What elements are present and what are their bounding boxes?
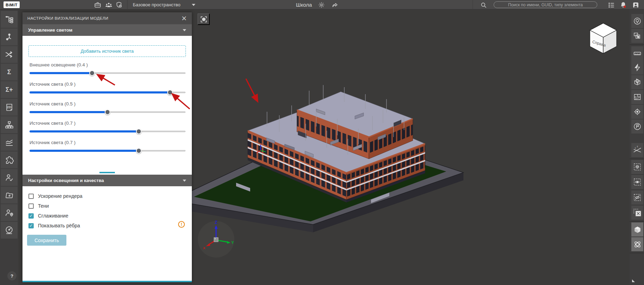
checkbox-icon: ✓ xyxy=(28,223,34,228)
workspace-selector[interactable]: Базовое пространство xyxy=(133,0,181,9)
ruler-icon[interactable] xyxy=(631,46,643,60)
topbar-separator xyxy=(473,0,473,9)
slider-label: Источник света (0.5 ) xyxy=(30,101,186,108)
slider-track[interactable] xyxy=(30,70,186,76)
light-control-body: Добавить источник света Внешнее освещени… xyxy=(22,36,192,173)
right-toolbar: 1 2 xyxy=(630,9,644,285)
slider-thumb[interactable] xyxy=(136,129,142,134)
share-icon[interactable] xyxy=(331,1,339,9)
search-input[interactable] xyxy=(494,1,597,8)
slider-light-source-4: Источник света (0.7 ) xyxy=(30,140,186,156)
slider-track[interactable] xyxy=(30,109,186,115)
topbar: BiMiT Базовое пространство Школа xyxy=(0,0,644,9)
focus-model-button[interactable] xyxy=(197,13,210,25)
user-avatar-icon[interactable] xyxy=(631,1,640,9)
warning-icon: ! xyxy=(178,221,185,228)
checkbox-icon: ✓ xyxy=(28,213,34,219)
user-check-icon[interactable] xyxy=(1,169,18,186)
model-tree-icon[interactable] xyxy=(1,11,18,28)
axis-gizmo[interactable]: Z Y X xyxy=(197,220,235,259)
save-button[interactable]: Сохранить xyxy=(27,235,66,246)
slider-label: Источник света (0.7 ) xyxy=(30,140,186,146)
selection-area-icon[interactable] xyxy=(631,29,643,43)
slider-track[interactable] xyxy=(30,128,186,135)
sheets-2d-icon[interactable]: 2D xyxy=(1,99,18,116)
clear-selection-icon[interactable] xyxy=(631,206,643,220)
slider-track[interactable] xyxy=(30,89,186,96)
user-location-icon[interactable] xyxy=(1,204,18,221)
shield-user-icon[interactable] xyxy=(115,1,123,9)
slider-thumb[interactable] xyxy=(105,109,110,115)
svg-text:2: 2 xyxy=(637,145,638,148)
flag-icon[interactable] xyxy=(631,119,643,134)
svg-text:2D: 2D xyxy=(7,105,11,109)
search-icon[interactable] xyxy=(479,1,488,9)
section-box-icon[interactable] xyxy=(631,75,643,89)
slider-light-source-2: Источник света (0.5 ) xyxy=(30,101,186,117)
flash-icon[interactable] xyxy=(631,60,643,75)
close-icon[interactable]: ✕ xyxy=(181,15,187,22)
orbit-icon[interactable] xyxy=(631,237,643,251)
clash-detection-icon[interactable] xyxy=(1,46,18,63)
slider-thumb[interactable] xyxy=(167,90,173,95)
shared-folder-icon[interactable] xyxy=(1,187,18,203)
sum-icon[interactable]: Σ xyxy=(1,64,18,80)
isolate-icon[interactable] xyxy=(631,160,643,174)
plugins-icon[interactable] xyxy=(1,151,18,168)
section-light-control[interactable]: Управление светом xyxy=(22,24,192,36)
structure-icon[interactable] xyxy=(1,116,18,133)
team-icon[interactable] xyxy=(104,1,113,9)
toolbar-divider xyxy=(630,221,644,222)
checkbox-shadows[interactable]: Тени xyxy=(28,201,49,211)
topbar-separator xyxy=(127,0,128,9)
section-title: Управление светом xyxy=(28,27,72,33)
svg-text:Σ: Σ xyxy=(7,68,11,76)
sum-add-icon[interactable]: Σ+ xyxy=(1,81,18,98)
notification-dot xyxy=(624,6,626,8)
list-icon[interactable] xyxy=(607,1,616,9)
slider-label: Источник света (0.7 ) xyxy=(30,121,186,127)
checkbox-show-edges[interactable]: ✓ Показывать рёбра xyxy=(28,221,80,231)
visualization-settings-panel: НАСТРОЙКИ ВИЗУАЛИЗАЦИИ МОДЕЛИ ✕ Управлен… xyxy=(22,12,192,282)
locate-icon[interactable] xyxy=(631,105,643,119)
svg-text:1: 1 xyxy=(635,147,636,149)
gear-icon[interactable] xyxy=(317,1,326,9)
checkbox-icon xyxy=(28,203,34,209)
gizmo-y-label: Y xyxy=(231,240,234,245)
checkbox-icon xyxy=(28,194,34,199)
slider-light-source-3: Источник света (0.7 ) xyxy=(30,121,186,137)
panel-header: НАСТРОЙКИ ВИЗУАЛИЗАЦИИ МОДЕЛИ ✕ xyxy=(22,12,192,24)
chevron-down-icon[interactable] xyxy=(192,4,195,6)
slider-label: Внешнее освещение (0.4 ) xyxy=(30,62,186,69)
slider-thumb[interactable] xyxy=(136,148,142,154)
environment-icon[interactable] xyxy=(631,14,643,28)
checkbox-render-acceleration[interactable]: Ускорение рендера xyxy=(28,191,83,201)
show-eye-icon[interactable] xyxy=(631,175,643,189)
relations-icon[interactable] xyxy=(1,28,18,45)
charts-icon[interactable] xyxy=(1,134,18,151)
left-toolbar: Σ Σ+ 2D xyxy=(0,9,18,285)
help-button[interactable]: ? xyxy=(7,271,17,280)
section-quality[interactable]: Настройки освещения и качества xyxy=(22,175,192,186)
gizmo-z-label: Z xyxy=(215,220,217,225)
resize-corner[interactable] xyxy=(632,279,635,282)
toolbar-divider xyxy=(630,44,644,45)
slider-external-light: Внешнее освещение (0.4 ) xyxy=(30,62,186,78)
add-light-source-button[interactable]: Добавить источник света xyxy=(28,45,186,57)
toolbar-divider xyxy=(630,158,644,159)
slider-thumb[interactable] xyxy=(89,70,95,76)
slider-track[interactable] xyxy=(30,148,186,154)
checkbox-antialiasing[interactable]: ✓ Сглаживание xyxy=(28,211,68,221)
navigation-cube[interactable]: Справа xyxy=(584,21,623,54)
solid-view-icon[interactable] xyxy=(631,222,643,237)
dashboard-icon[interactable] xyxy=(1,222,18,239)
app-logo[interactable]: BiMiT xyxy=(4,1,20,8)
measure-between-icon[interactable]: 1 2 xyxy=(631,143,643,157)
notifications-bell-icon[interactable] xyxy=(619,1,627,9)
briefcase-icon[interactable] xyxy=(93,1,102,9)
floor-plan-icon[interactable] xyxy=(631,90,643,104)
section-resize-handle[interactable] xyxy=(99,172,115,173)
hide-eye-icon[interactable] xyxy=(631,190,643,205)
toolbar-divider xyxy=(630,253,644,253)
quality-body: Ускорение рендера Тени ✓ Сглаживание ✓ П… xyxy=(22,186,192,281)
